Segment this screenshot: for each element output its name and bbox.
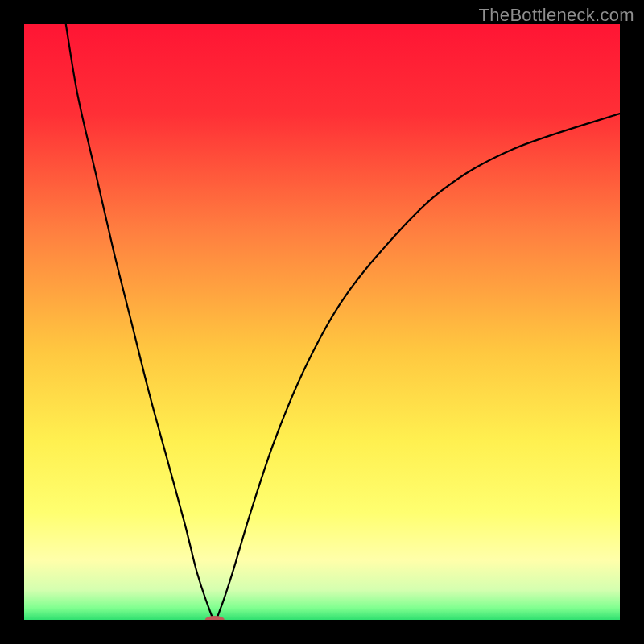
plot-area bbox=[24, 24, 620, 620]
chart-svg bbox=[24, 24, 620, 620]
watermark-label: TheBottleneck.com bbox=[479, 5, 634, 26]
chart-background bbox=[24, 24, 620, 620]
chart-container: TheBottleneck.com bbox=[0, 0, 644, 644]
